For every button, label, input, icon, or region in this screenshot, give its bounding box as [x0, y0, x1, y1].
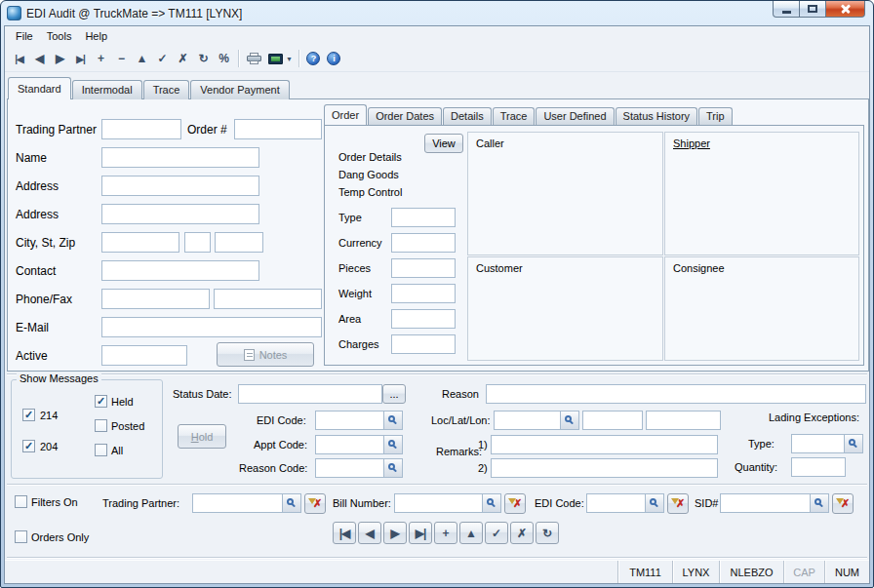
- tab-user-defined[interactable]: User Defined: [536, 107, 614, 125]
- status-date-ellipsis-button[interactable]: ...: [382, 384, 406, 404]
- insert-record-button[interactable]: +: [91, 49, 111, 69]
- loc-lookup-button[interactable]: [560, 412, 578, 429]
- tab-order[interactable]: Order: [324, 104, 367, 125]
- checkbox-posted-label[interactable]: Posted: [111, 420, 144, 432]
- first-record-button[interactable]: |◀: [9, 49, 29, 69]
- area-input[interactable]: [391, 309, 456, 329]
- tab-order-dates[interactable]: Order Dates: [368, 107, 442, 125]
- active-input[interactable]: [101, 345, 187, 366]
- tab-trace[interactable]: Trace: [143, 80, 190, 99]
- last-record-button[interactable]: ▶|: [70, 49, 91, 69]
- checkbox-all-label[interactable]: All: [111, 445, 123, 456]
- print-button[interactable]: [243, 49, 266, 69]
- trading-partner-input[interactable]: [101, 119, 181, 139]
- menu-tools[interactable]: Tools: [40, 28, 79, 44]
- fax-input[interactable]: [214, 289, 322, 309]
- charges-input[interactable]: [391, 334, 456, 354]
- refresh-button[interactable]: ↻: [193, 49, 214, 69]
- edi-code-input[interactable]: [316, 412, 383, 429]
- email-input[interactable]: [101, 317, 322, 337]
- hold-button[interactable]: Hold: [178, 424, 226, 449]
- tab-vendor-payment[interactable]: Vendor Payment: [190, 80, 289, 99]
- maximize-button[interactable]: [800, 1, 826, 18]
- bill-number-lookup-button[interactable]: [482, 494, 500, 512]
- weight-input[interactable]: [391, 284, 456, 303]
- delete-record-button[interactable]: −: [111, 49, 132, 69]
- menu-help[interactable]: Help: [78, 28, 114, 44]
- bill-number-clear-button[interactable]: ✗: [504, 493, 526, 514]
- sid-clear-button[interactable]: ✗: [832, 493, 854, 514]
- phone-input[interactable]: [101, 289, 210, 309]
- nav-first-record-button[interactable]: |◀: [333, 522, 356, 544]
- edi-code-filter-clear-button[interactable]: ✗: [667, 493, 689, 514]
- remark1-input[interactable]: [491, 435, 718, 454]
- info-button[interactable]: i: [324, 49, 344, 69]
- nav-cancel-edit-button[interactable]: ✗: [510, 522, 534, 544]
- view-button[interactable]: View: [424, 134, 463, 153]
- close-button[interactable]: [826, 1, 865, 18]
- cancel-edit-button[interactable]: ✗: [173, 49, 193, 69]
- checkbox-held-label[interactable]: Held: [111, 396, 134, 408]
- menu-file[interactable]: File: [9, 28, 40, 44]
- checkbox-214-label[interactable]: 214: [40, 410, 58, 421]
- filters-on-label[interactable]: Filters On: [31, 496, 78, 508]
- state-input[interactable]: [184, 232, 211, 253]
- type-input[interactable]: [391, 208, 456, 227]
- reason-code-lookup-button[interactable]: [383, 459, 402, 477]
- help-button[interactable]: ?: [303, 49, 324, 69]
- trading-partner-filter-input[interactable]: [193, 494, 282, 512]
- remark2-input[interactable]: [491, 458, 718, 478]
- nav-insert-record-button[interactable]: +: [434, 522, 457, 544]
- tab-order-trace[interactable]: Trace: [493, 107, 536, 125]
- pieces-input[interactable]: [391, 258, 456, 278]
- edi-code-filter-lookup-button[interactable]: [645, 494, 663, 512]
- screen-dropdown-button[interactable]: ▼: [266, 49, 295, 69]
- nav-prior-record-button[interactable]: ◀: [358, 522, 381, 544]
- filters-on-checkbox[interactable]: [15, 495, 27, 508]
- status-date-input[interactable]: [238, 384, 382, 404]
- edi-code-filter-input[interactable]: [587, 494, 645, 512]
- appt-code-input[interactable]: [316, 436, 383, 453]
- edi-code-lookup-button[interactable]: [383, 412, 402, 429]
- quantity-input[interactable]: [791, 457, 846, 477]
- address2-input[interactable]: [101, 204, 259, 224]
- nav-next-record-button[interactable]: ▶: [383, 522, 407, 544]
- contact-input[interactable]: [101, 260, 259, 281]
- sid-input[interactable]: [721, 494, 810, 512]
- nav-last-record-button[interactable]: ▶|: [409, 522, 432, 544]
- lading-type-lookup-button[interactable]: [844, 435, 862, 452]
- minimize-button[interactable]: [773, 1, 800, 18]
- bill-number-input[interactable]: [395, 494, 482, 512]
- reason-input[interactable]: [486, 384, 866, 404]
- notes-button[interactable]: Notes: [217, 342, 314, 367]
- edit-record-button[interactable]: ▲: [132, 49, 152, 69]
- checkbox-214[interactable]: ✓: [22, 409, 35, 421]
- nav-refresh-button[interactable]: ↻: [536, 522, 559, 544]
- tab-intermodal[interactable]: Intermodal: [72, 80, 142, 99]
- orders-only-checkbox[interactable]: [15, 530, 27, 543]
- sid-lookup-button[interactable]: [810, 494, 828, 512]
- title-bar[interactable]: EDI Audit @ TruckMate => TM111 [LYNX]: [4, 1, 870, 25]
- orders-only-label[interactable]: Orders Only: [31, 531, 89, 543]
- checkbox-204[interactable]: ✓: [22, 440, 35, 452]
- tab-details[interactable]: Details: [443, 107, 492, 125]
- trading-partner-filter-clear-button[interactable]: ✗: [304, 493, 326, 514]
- lat-input[interactable]: [582, 411, 643, 430]
- shipper-link[interactable]: Shipper: [673, 137, 710, 149]
- tab-status-history[interactable]: Status History: [616, 107, 697, 125]
- checkbox-posted[interactable]: [95, 419, 107, 432]
- nav-edit-record-button[interactable]: ▲: [459, 522, 483, 544]
- tab-trip[interactable]: Trip: [698, 107, 733, 125]
- percent-button[interactable]: %: [214, 49, 234, 69]
- nav-post-edit-button[interactable]: ✓: [485, 522, 508, 544]
- address1-input[interactable]: [101, 176, 259, 196]
- tab-standard[interactable]: Standard: [8, 77, 71, 99]
- checkbox-held[interactable]: ✓: [95, 395, 107, 408]
- order-number-input[interactable]: [234, 119, 322, 139]
- checkbox-all[interactable]: [95, 444, 107, 456]
- name-input[interactable]: [101, 147, 259, 168]
- reason-code-input[interactable]: [316, 459, 383, 477]
- post-edit-button[interactable]: ✓: [152, 49, 173, 69]
- next-record-button[interactable]: ▶: [50, 49, 70, 69]
- zip-input[interactable]: [215, 232, 263, 253]
